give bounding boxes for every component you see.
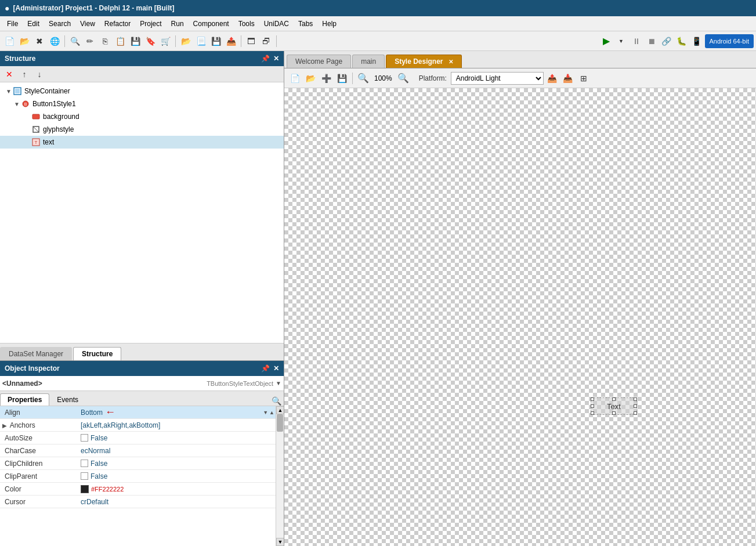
handle-tr[interactable] <box>634 397 637 401</box>
android-button[interactable]: 📱 <box>690 34 704 48</box>
debug-button[interactable]: 🐛 <box>675 34 689 48</box>
prop-charcase[interactable]: CharCase ecNormal <box>0 444 276 457</box>
oi-title: Object Inspector <box>5 364 60 373</box>
sd-grid-button[interactable]: ⊞ <box>577 71 591 85</box>
remote-button[interactable]: 🔗 <box>660 34 674 48</box>
prop-align-dropdown[interactable]: ▼ <box>263 410 268 415</box>
menu-item-file[interactable]: File <box>2 19 23 29</box>
sd-add-button[interactable]: ➕ <box>319 71 333 85</box>
properties-scrollbar[interactable]: ▲ ▼ <box>276 406 284 546</box>
scrollbar-down-arrow[interactable]: ▼ <box>276 538 284 546</box>
oi-tab-properties[interactable]: Properties <box>0 393 49 406</box>
tab-structure[interactable]: Structure <box>73 347 121 360</box>
designer-text-component[interactable]: Text <box>588 397 640 430</box>
edit-button[interactable]: ✏ <box>83 34 97 48</box>
autosize-checkbox[interactable] <box>81 434 88 442</box>
prop-align-up[interactable]: ▲ <box>269 410 274 415</box>
menu-item-edit[interactable]: Edit <box>23 19 44 29</box>
saveas-button[interactable]: 📤 <box>224 34 238 48</box>
tab-close-icon[interactable]: ✕ <box>448 59 453 65</box>
close-panel-icon[interactable]: ✕ <box>273 55 279 63</box>
tree-item-text[interactable]: ▶ T text <box>0 136 284 149</box>
sd-open-button[interactable]: 📂 <box>303 71 317 85</box>
sd-new-button[interactable]: 📄 <box>288 71 302 85</box>
sd-zoom-out-button[interactable]: 🔍 <box>356 71 370 85</box>
delete-item-button[interactable]: ✕ <box>2 67 16 81</box>
move-up-button[interactable]: ↑ <box>17 67 31 81</box>
prop-anchors[interactable]: ▶ Anchors [akLeft,akRight,akBottom] <box>0 419 276 432</box>
toggle-stylecontainer[interactable]: ▼ <box>5 88 13 95</box>
sd-save-button[interactable]: 💾 <box>335 71 349 85</box>
prop-cursor[interactable]: Cursor crDefault <box>0 496 276 508</box>
menu-item-search[interactable]: Search <box>44 19 75 29</box>
bookmark-button[interactable]: 🔖 <box>143 34 157 48</box>
background-icon <box>31 112 41 121</box>
stop2-button[interactable]: ⏹ <box>645 34 659 48</box>
new-button[interactable]: 📄 <box>2 34 16 48</box>
close-button[interactable]: ✖ <box>32 34 46 48</box>
tab-welcome-page[interactable]: Welcome Page <box>287 55 351 68</box>
sd-zoom-in-button[interactable]: 🔍 <box>396 71 410 85</box>
tab-style-designer[interactable]: Style Designer ✕ <box>386 55 462 68</box>
sd-export1-button[interactable]: 📤 <box>545 71 559 85</box>
toolbar-separator-1 <box>64 35 65 47</box>
menu-item-component[interactable]: Component <box>189 19 234 29</box>
tree-item-glyphstyle[interactable]: ▶ glyphstyle <box>0 123 284 136</box>
clipchildren-checkbox[interactable] <box>81 460 88 467</box>
pin-icon[interactable]: 📌 <box>261 55 270 63</box>
prop-autosize[interactable]: AutoSize False <box>0 432 276 444</box>
menu-item-project[interactable]: Project <box>135 19 166 29</box>
prop-color[interactable]: Color #FF222222 <box>0 483 276 496</box>
menu-item-tools[interactable]: Tools <box>234 19 259 29</box>
scrollbar-up-arrow[interactable]: ▲ <box>276 406 284 414</box>
sd-export2-button[interactable]: 📥 <box>561 71 575 85</box>
toggle-button1style1[interactable]: ▼ <box>13 101 21 107</box>
handle-tm[interactable] <box>612 397 616 401</box>
run-dropdown[interactable]: ▼ <box>614 34 628 48</box>
prop-align[interactable]: Align Bottom ← ▼ ▲ <box>0 406 276 419</box>
tree-label-glyphstyle: glyphstyle <box>43 125 74 133</box>
tree-item-stylecontainer[interactable]: ▼ StyleContainer <box>0 85 284 97</box>
scrollbar-thumb[interactable] <box>277 414 283 432</box>
layout2-button[interactable]: 🗗 <box>259 34 273 48</box>
oi-dropdown-icon[interactable]: ▼ <box>276 380 281 386</box>
tree-item-background[interactable]: ▶ background <box>0 110 284 123</box>
copy-button[interactable]: ⎘ <box>98 34 112 48</box>
platform-select[interactable]: AndroidL Light Windows macOS iOS <box>451 72 544 85</box>
menu-item-view[interactable]: View <box>75 19 100 29</box>
open2-button[interactable]: 📂 <box>179 34 193 48</box>
tree-item-button1style1[interactable]: ▼ B Button1Style1 <box>0 97 284 110</box>
globe-button[interactable]: 🌐 <box>48 34 62 48</box>
layout-button[interactable]: 🗖 <box>244 34 258 48</box>
menu-item-help[interactable]: Help <box>317 19 341 29</box>
paste-button[interactable]: 📋 <box>113 34 127 48</box>
handle-tl[interactable] <box>591 397 594 401</box>
move-down-button[interactable]: ↓ <box>32 67 46 81</box>
anchors-expand-icon[interactable]: ▶ <box>2 422 7 429</box>
save-button[interactable]: 💾 <box>128 34 142 48</box>
menu-item-tabs[interactable]: Tabs <box>294 19 317 29</box>
new2-button[interactable]: 📃 <box>194 34 208 48</box>
open-button[interactable]: 📂 <box>17 34 31 48</box>
oi-close-icon[interactable]: ✕ <box>273 364 279 373</box>
prop-clipchildren[interactable]: ClipChildren False <box>0 457 276 470</box>
tab-dataset-manager[interactable]: DataSet Manager <box>0 347 72 360</box>
oi-object-selector[interactable]: <Unnamed> TButtonStyleTextObject ▼ <box>0 376 284 391</box>
prop-clipparent[interactable]: ClipParent False <box>0 470 276 483</box>
prop-value-align: Bottom ← <box>78 406 263 418</box>
clipparent-checkbox[interactable] <box>81 472 88 480</box>
oi-search-icon[interactable]: 🔍 <box>272 396 281 406</box>
menu-item-run[interactable]: Run <box>167 19 189 29</box>
tab-main[interactable]: main <box>352 55 385 68</box>
cart-button[interactable]: 🛒 <box>158 34 172 48</box>
menu-item-unidac[interactable]: UniDAC <box>259 19 294 29</box>
bottom-tabs: DataSet Manager Structure <box>0 343 284 360</box>
save2-button[interactable]: 💾 <box>209 34 223 48</box>
stop-button[interactable]: ⏸ <box>630 34 643 48</box>
menu-item-refactor[interactable]: Refactor <box>100 19 135 29</box>
search-button[interactable]: 🔍 <box>68 34 82 48</box>
oi-pin-icon[interactable]: 📌 <box>261 364 270 373</box>
toolbar-separator-2 <box>175 35 176 47</box>
run-button[interactable]: ▶ <box>599 34 613 48</box>
oi-tab-events[interactable]: Events <box>49 393 86 406</box>
